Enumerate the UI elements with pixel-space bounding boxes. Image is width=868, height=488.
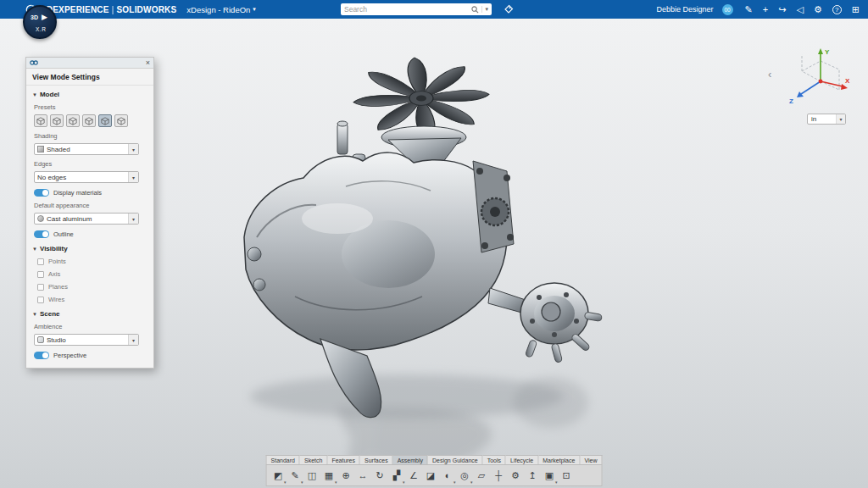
tab-marketplace[interactable]: Marketplace <box>538 455 580 464</box>
mirror-icon[interactable]: ▞ ▾ <box>389 467 405 485</box>
visibility-checkbox-list: Points Axis Planes Wires <box>26 254 153 305</box>
cube-icon <box>53 117 61 125</box>
perspective-row: Perspective <box>26 347 153 361</box>
brand-divider: | <box>112 5 114 14</box>
triangle-down-icon: ▼ <box>32 247 37 252</box>
brand-text: 3DEXPERIENCE|SOLIDWORKS <box>42 5 176 14</box>
tag-icon[interactable] <box>504 4 514 14</box>
preset-hidden-lines-removed-button[interactable] <box>82 114 96 127</box>
smart-select-icon[interactable]: ◩ ▾ <box>270 467 287 485</box>
display-materials-row: Display materials <box>26 185 153 198</box>
shading-select[interactable]: Shaded ▾ <box>34 143 139 155</box>
chevron-down-icon: ▾ <box>555 480 558 485</box>
collapse-triad-chevron-icon[interactable]: ‹ <box>768 68 771 80</box>
search-icon[interactable] <box>471 6 479 14</box>
app-title: xDesign - RideOn <box>186 5 250 14</box>
checkbox[interactable] <box>37 284 44 291</box>
preset-shaded-button[interactable] <box>34 114 47 127</box>
3d-compass[interactable]: 3D ▶ X.R <box>23 5 57 39</box>
pattern-icon[interactable]: ▦ ▾ <box>321 467 337 485</box>
outline-toggle[interactable] <box>34 230 49 238</box>
chevron-down-icon: ▾ <box>335 480 337 485</box>
sketch-icon[interactable]: ✎ ▾ <box>287 467 303 485</box>
tab-view[interactable]: View <box>580 455 602 464</box>
close-icon[interactable]: × <box>146 59 150 67</box>
chevron-down-icon: ▾ <box>836 114 845 124</box>
edit-icon[interactable]: ✎ <box>745 5 753 14</box>
axis-system-icon[interactable]: ┼ ▾ <box>491 467 507 485</box>
edges-label: Edges <box>26 157 153 169</box>
section-scene[interactable]: ▼Scene <box>26 305 153 319</box>
ambience-select[interactable]: Studio ▾ <box>34 334 139 346</box>
compass-play-icon[interactable]: ▶ <box>42 13 47 21</box>
share-nodes-icon[interactable]: ◁ <box>796 5 803 14</box>
insert-component-icon[interactable]: ◫ ▾ <box>304 467 320 485</box>
units-select[interactable]: in ▾ <box>807 114 846 125</box>
preset-shaded-edges-button[interactable] <box>50 114 64 127</box>
chevron-down-icon: ▾ <box>128 214 138 224</box>
preset-custom-button[interactable] <box>114 114 128 127</box>
add-icon[interactable]: + <box>763 5 768 14</box>
fullscreen-icon[interactable]: ⊡ ▾ <box>559 467 575 485</box>
section-view-icon[interactable]: ◪ ▾ <box>423 467 439 485</box>
tab-surfaces[interactable]: Surfaces <box>360 455 393 464</box>
tab-tools[interactable]: Tools <box>483 455 506 464</box>
material-swatch-icon <box>37 215 44 222</box>
display-style-icon[interactable]: ◎ ▾ <box>457 467 473 485</box>
ribbon-tabs: StandardSketchFeaturesSurfacesAssemblyDe… <box>266 455 603 464</box>
cube-icon <box>101 117 109 125</box>
section-model[interactable]: ▼Model <box>26 86 153 100</box>
perspective-toggle[interactable] <box>34 352 49 359</box>
rotate-component-icon[interactable]: ↻ ▾ <box>372 467 388 485</box>
view-settings-icon <box>30 59 38 66</box>
plane-icon[interactable]: ▱ ▾ <box>474 467 490 485</box>
tab-standard[interactable]: Standard <box>266 455 300 464</box>
cube-icon <box>69 117 77 125</box>
user-name[interactable]: Debbie Designer <box>657 5 714 14</box>
edges-select[interactable]: No edges ▾ <box>34 171 139 183</box>
search-box[interactable]: ▾ <box>341 3 492 15</box>
top-app-bar: 3DEXPERIENCE|SOLIDWORKS xDesign - RideOn… <box>0 0 868 19</box>
checkbox[interactable] <box>37 297 44 303</box>
view-orientation-icon[interactable]: ▣ ▾ <box>542 467 558 485</box>
preset-wireframe-button[interactable] <box>98 114 112 127</box>
brand-solidworks: SOLIDWORKS <box>116 5 176 14</box>
tools-icon[interactable]: ⚙ <box>814 5 822 14</box>
panel-title: View Mode Settings <box>26 69 153 86</box>
settings-icon[interactable]: ⚙ ▾ <box>508 467 524 485</box>
search-input[interactable] <box>344 5 471 14</box>
triad-area: ‹ Y X Z in ▾ <box>787 44 853 129</box>
shaded-mode-icon <box>37 146 44 152</box>
default-appearance-select[interactable]: Cast aluminum ▾ <box>34 213 139 225</box>
apps-grid-icon[interactable]: ⊞ <box>852 5 860 14</box>
appearance-icon[interactable]: ◐ ▾ <box>440 467 456 485</box>
share-forward-icon[interactable]: ↪ <box>778 5 786 14</box>
checkbox[interactable] <box>37 271 44 278</box>
section-visibility[interactable]: ▼Visibility <box>26 240 153 254</box>
search-options-chevron-icon[interactable]: ▾ <box>481 6 488 13</box>
view-mode-settings-panel: × View Mode Settings ▼Model Presets Shad… <box>25 57 154 369</box>
checkbox[interactable] <box>37 258 44 265</box>
panel-header[interactable]: × <box>26 58 153 69</box>
visibility-points-row: Points <box>26 254 153 267</box>
export-icon[interactable]: ↥ ▾ <box>525 467 541 485</box>
app-title-menu[interactable]: xDesign - RideOn▾ <box>186 5 256 14</box>
help-icon[interactable]: ? <box>832 5 842 14</box>
measure-icon[interactable]: ∠ ▾ <box>406 467 422 485</box>
move-component-icon[interactable]: ↔ ▾ <box>355 467 371 485</box>
tab-lifecycle[interactable]: Lifecycle <box>506 455 538 464</box>
bottom-toolbar: StandardSketchFeaturesSurfacesAssemblyDe… <box>266 455 603 486</box>
3d-model-rendering <box>219 42 626 474</box>
triangle-down-icon: ▼ <box>32 312 37 317</box>
user-badge[interactable]: 00 <box>722 4 733 15</box>
preset-hidden-lines-visible-button[interactable] <box>66 114 80 127</box>
tab-features[interactable]: Features <box>327 455 360 464</box>
display-materials-toggle[interactable] <box>34 189 49 197</box>
mate-icon[interactable]: ⊕ ▾ <box>338 467 354 485</box>
tab-design-guidance[interactable]: Design Guidance <box>428 455 483 464</box>
chevron-down-icon: ▾ <box>470 480 473 485</box>
chevron-down-icon: ▾ <box>128 172 138 182</box>
tab-assembly[interactable]: Assembly <box>393 455 428 464</box>
chevron-down-icon: ▾ <box>453 480 456 485</box>
tab-sketch[interactable]: Sketch <box>300 455 327 464</box>
